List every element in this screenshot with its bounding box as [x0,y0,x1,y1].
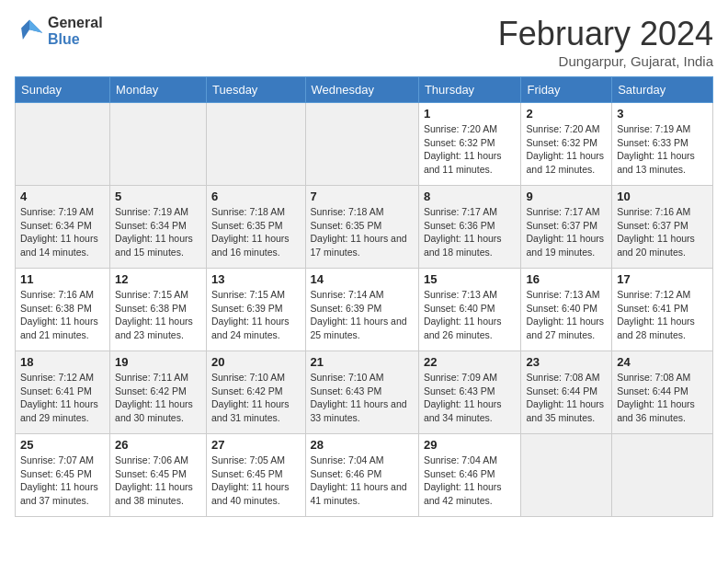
day-info: Sunrise: 7:11 AM Sunset: 6:42 PM Dayligh… [115,371,201,425]
day-info: Sunrise: 7:17 AM Sunset: 6:36 PM Dayligh… [424,205,517,259]
day-number: 28 [311,438,414,452]
calendar-cell: 6Sunrise: 7:18 AM Sunset: 6:35 PM Daylig… [206,186,305,269]
location-subtitle: Dungarpur, Gujarat, India [498,53,713,69]
calendar-cell: 9Sunrise: 7:17 AM Sunset: 6:37 PM Daylig… [521,186,612,269]
calendar-cell: 5Sunrise: 7:19 AM Sunset: 6:34 PM Daylig… [110,186,207,269]
day-number: 20 [211,355,301,369]
calendar-cell: 24Sunrise: 7:08 AM Sunset: 6:44 PM Dayli… [612,351,713,434]
calendar-week-1: 4Sunrise: 7:19 AM Sunset: 6:34 PM Daylig… [16,186,713,269]
calendar-cell [16,103,110,186]
day-number: 13 [211,272,301,286]
day-number: 29 [424,438,517,452]
calendar-cell [612,434,713,517]
day-number: 15 [424,272,517,286]
calendar-cell: 25Sunrise: 7:07 AM Sunset: 6:45 PM Dayli… [16,434,110,517]
col-friday: Friday [521,77,612,103]
day-number: 5 [115,190,201,203]
col-saturday: Saturday [612,77,713,103]
calendar-cell: 18Sunrise: 7:12 AM Sunset: 6:41 PM Dayli… [16,351,110,434]
day-number: 1 [424,107,517,121]
calendar-cell: 17Sunrise: 7:12 AM Sunset: 6:41 PM Dayli… [612,269,713,351]
calendar-cell: 29Sunrise: 7:04 AM Sunset: 6:46 PM Dayli… [418,434,521,517]
day-info: Sunrise: 7:20 AM Sunset: 6:32 PM Dayligh… [526,122,607,177]
col-monday: Monday [110,77,207,103]
day-number: 22 [424,355,517,369]
day-number: 8 [424,190,517,203]
calendar-cell: 22Sunrise: 7:09 AM Sunset: 6:43 PM Dayli… [418,351,521,434]
calendar-cell [521,434,612,517]
title-block: February 2024 Dungarpur, Gujarat, India [498,15,713,69]
calendar-week-4: 25Sunrise: 7:07 AM Sunset: 6:45 PM Dayli… [16,434,713,517]
calendar-cell: 13Sunrise: 7:15 AM Sunset: 6:39 PM Dayli… [206,269,305,351]
day-info: Sunrise: 7:15 AM Sunset: 6:39 PM Dayligh… [211,288,301,342]
day-info: Sunrise: 7:15 AM Sunset: 6:38 PM Dayligh… [115,288,201,342]
day-info: Sunrise: 7:19 AM Sunset: 6:34 PM Dayligh… [20,205,105,259]
col-thursday: Thursday [418,77,521,103]
day-info: Sunrise: 7:08 AM Sunset: 6:44 PM Dayligh… [617,371,708,425]
calendar-cell: 20Sunrise: 7:10 AM Sunset: 6:42 PM Dayli… [206,351,305,434]
calendar-header: Sunday Monday Tuesday Wednesday Thursday… [16,77,713,103]
calendar-body: 1Sunrise: 7:20 AM Sunset: 6:32 PM Daylig… [16,103,713,517]
calendar-week-0: 1Sunrise: 7:20 AM Sunset: 6:32 PM Daylig… [16,103,713,186]
calendar-cell: 14Sunrise: 7:14 AM Sunset: 6:39 PM Dayli… [305,269,418,351]
calendar-cell: 23Sunrise: 7:08 AM Sunset: 6:44 PM Dayli… [521,351,612,434]
day-info: Sunrise: 7:10 AM Sunset: 6:42 PM Dayligh… [211,371,301,425]
calendar-table: Sunday Monday Tuesday Wednesday Thursday… [15,76,713,517]
day-info: Sunrise: 7:04 AM Sunset: 6:46 PM Dayligh… [311,454,414,508]
day-number: 24 [617,355,708,369]
calendar-cell: 7Sunrise: 7:18 AM Sunset: 6:35 PM Daylig… [305,186,418,269]
col-sunday: Sunday [16,77,110,103]
day-info: Sunrise: 7:13 AM Sunset: 6:40 PM Dayligh… [526,288,607,342]
month-title: February 2024 [498,15,713,53]
calendar-cell [110,103,207,186]
calendar-cell: 10Sunrise: 7:16 AM Sunset: 6:37 PM Dayli… [612,186,713,269]
calendar-cell: 27Sunrise: 7:05 AM Sunset: 6:45 PM Dayli… [206,434,305,517]
col-wednesday: Wednesday [305,77,418,103]
day-info: Sunrise: 7:20 AM Sunset: 6:32 PM Dayligh… [424,122,517,177]
day-number: 2 [526,107,607,121]
day-number: 7 [311,190,414,203]
day-info: Sunrise: 7:13 AM Sunset: 6:40 PM Dayligh… [424,288,517,342]
day-number: 9 [526,190,607,203]
calendar-cell [206,103,305,186]
logo-text: General Blue [48,15,103,48]
calendar-cell: 12Sunrise: 7:15 AM Sunset: 6:38 PM Dayli… [110,269,207,351]
day-info: Sunrise: 7:12 AM Sunset: 6:41 PM Dayligh… [20,371,105,425]
day-info: Sunrise: 7:17 AM Sunset: 6:37 PM Dayligh… [526,205,607,259]
calendar-cell: 26Sunrise: 7:06 AM Sunset: 6:45 PM Dayli… [110,434,207,517]
day-info: Sunrise: 7:16 AM Sunset: 6:38 PM Dayligh… [20,288,105,342]
day-number: 19 [115,355,201,369]
day-number: 18 [20,355,105,369]
day-number: 17 [617,272,708,286]
calendar-cell: 15Sunrise: 7:13 AM Sunset: 6:40 PM Dayli… [418,269,521,351]
day-number: 14 [311,272,414,286]
day-number: 21 [311,355,414,369]
calendar-cell: 28Sunrise: 7:04 AM Sunset: 6:46 PM Dayli… [305,434,418,517]
day-info: Sunrise: 7:04 AM Sunset: 6:46 PM Dayligh… [424,454,517,508]
col-tuesday: Tuesday [206,77,305,103]
calendar-cell: 3Sunrise: 7:19 AM Sunset: 6:33 PM Daylig… [612,103,713,186]
day-info: Sunrise: 7:05 AM Sunset: 6:45 PM Dayligh… [211,454,301,508]
day-number: 26 [115,438,201,452]
day-number: 4 [20,190,105,203]
calendar-week-3: 18Sunrise: 7:12 AM Sunset: 6:41 PM Dayli… [16,351,713,434]
day-info: Sunrise: 7:19 AM Sunset: 6:34 PM Dayligh… [115,205,201,259]
day-info: Sunrise: 7:19 AM Sunset: 6:33 PM Dayligh… [617,122,708,177]
day-number: 11 [20,272,105,286]
calendar-cell: 2Sunrise: 7:20 AM Sunset: 6:32 PM Daylig… [521,103,612,186]
day-info: Sunrise: 7:10 AM Sunset: 6:43 PM Dayligh… [311,371,414,425]
day-info: Sunrise: 7:08 AM Sunset: 6:44 PM Dayligh… [526,371,607,425]
calendar-cell: 16Sunrise: 7:13 AM Sunset: 6:40 PM Dayli… [521,269,612,351]
calendar-cell: 1Sunrise: 7:20 AM Sunset: 6:32 PM Daylig… [418,103,521,186]
day-info: Sunrise: 7:18 AM Sunset: 6:35 PM Dayligh… [211,205,301,259]
day-number: 27 [211,438,301,452]
page-header: General Blue February 2024 Dungarpur, Gu… [15,15,713,69]
calendar-week-2: 11Sunrise: 7:16 AM Sunset: 6:38 PM Dayli… [16,269,713,351]
day-number: 6 [211,190,301,203]
day-info: Sunrise: 7:14 AM Sunset: 6:39 PM Dayligh… [311,288,414,342]
calendar-cell: 21Sunrise: 7:10 AM Sunset: 6:43 PM Dayli… [305,351,418,434]
day-info: Sunrise: 7:07 AM Sunset: 6:45 PM Dayligh… [20,454,105,508]
calendar-cell [305,103,418,186]
calendar-cell: 19Sunrise: 7:11 AM Sunset: 6:42 PM Dayli… [110,351,207,434]
day-info: Sunrise: 7:09 AM Sunset: 6:43 PM Dayligh… [424,371,517,425]
